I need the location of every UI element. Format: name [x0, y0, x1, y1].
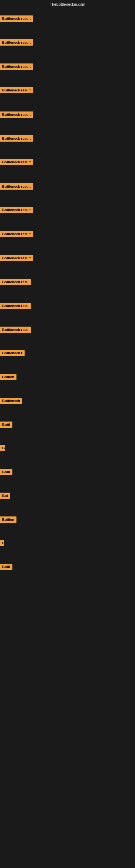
- bottleneck-badge-18[interactable]: Bottl: [0, 422, 12, 428]
- bottleneck-badge-container-3: Bottleneck result: [0, 63, 33, 71]
- bottleneck-badge-8[interactable]: Bottleneck result: [0, 183, 33, 190]
- bottleneck-badge-container-23: B: [0, 540, 4, 547]
- bottleneck-badge-container-12: Bottleneck resu: [0, 279, 31, 286]
- bottleneck-badge-2[interactable]: Bottleneck result: [0, 39, 33, 45]
- bottleneck-badge-container-15: Bottleneck r: [0, 350, 25, 357]
- bottleneck-badge-13[interactable]: Bottleneck resu: [0, 303, 31, 309]
- bottleneck-badge-12[interactable]: Bottleneck resu: [0, 279, 31, 285]
- bottleneck-badge-container-4: Bottleneck result: [0, 87, 33, 94]
- bottleneck-badge-15[interactable]: Bottleneck r: [0, 350, 25, 356]
- bottleneck-badge-container-22: Bottlen: [0, 517, 16, 524]
- bottleneck-badge-container-13: Bottleneck resu: [0, 303, 31, 310]
- bottleneck-badge-container-20: Bottl: [0, 469, 12, 476]
- bottleneck-badge-container-10: Bottleneck result: [0, 231, 33, 238]
- bottleneck-badge-container-1: Bottleneck result: [0, 16, 33, 23]
- bottleneck-badge-container-19: B: [0, 445, 5, 452]
- bottleneck-badge-6[interactable]: Bottleneck result: [0, 135, 33, 142]
- bottleneck-badge-3[interactable]: Bottleneck result: [0, 63, 33, 70]
- bottleneck-badge-17[interactable]: Bottleneck: [0, 398, 22, 404]
- bottleneck-badge-container-9: Bottleneck result: [0, 207, 33, 214]
- bottleneck-badge-1[interactable]: Bottleneck result: [0, 16, 33, 22]
- bottleneck-badge-container-18: Bottl: [0, 422, 12, 429]
- bottleneck-badge-container-21: Bot: [0, 493, 10, 500]
- site-title: TheBottlenecker.com: [0, 0, 135, 8]
- bottleneck-badge-container-8: Bottleneck result: [0, 183, 33, 191]
- bottleneck-badge-container-14: Bottleneck resu: [0, 327, 31, 334]
- bottleneck-badge-19[interactable]: B: [0, 445, 5, 451]
- bottleneck-badge-container-16: Bottlen: [0, 374, 16, 381]
- bottleneck-badge-24[interactable]: Bottl: [0, 564, 12, 570]
- bottleneck-badge-23[interactable]: B: [0, 540, 4, 546]
- bottleneck-badge-container-11: Bottleneck result: [0, 255, 33, 262]
- bottleneck-badge-7[interactable]: Bottleneck result: [0, 159, 33, 165]
- bottleneck-badge-10[interactable]: Bottleneck result: [0, 231, 33, 237]
- bottleneck-badge-container-6: Bottleneck result: [0, 135, 33, 143]
- bottleneck-badge-container-5: Bottleneck result: [0, 112, 33, 119]
- bottleneck-badge-11[interactable]: Bottleneck result: [0, 255, 33, 261]
- bottleneck-badge-container-24: Bottl: [0, 564, 12, 571]
- bottleneck-badge-container-17: Bottleneck: [0, 398, 22, 405]
- bottleneck-badge-4[interactable]: Bottleneck result: [0, 87, 33, 93]
- bottleneck-badge-20[interactable]: Bottl: [0, 469, 12, 475]
- bottleneck-badge-21[interactable]: Bot: [0, 493, 10, 499]
- bottleneck-badge-14[interactable]: Bottleneck resu: [0, 327, 31, 333]
- bottleneck-badge-container-7: Bottleneck result: [0, 159, 33, 166]
- bottleneck-badge-16[interactable]: Bottlen: [0, 374, 16, 380]
- bottleneck-badge-22[interactable]: Bottlen: [0, 517, 16, 523]
- bottleneck-badge-5[interactable]: Bottleneck result: [0, 112, 33, 118]
- bottleneck-badge-container-2: Bottleneck result: [0, 39, 33, 46]
- bottleneck-badge-9[interactable]: Bottleneck result: [0, 207, 33, 213]
